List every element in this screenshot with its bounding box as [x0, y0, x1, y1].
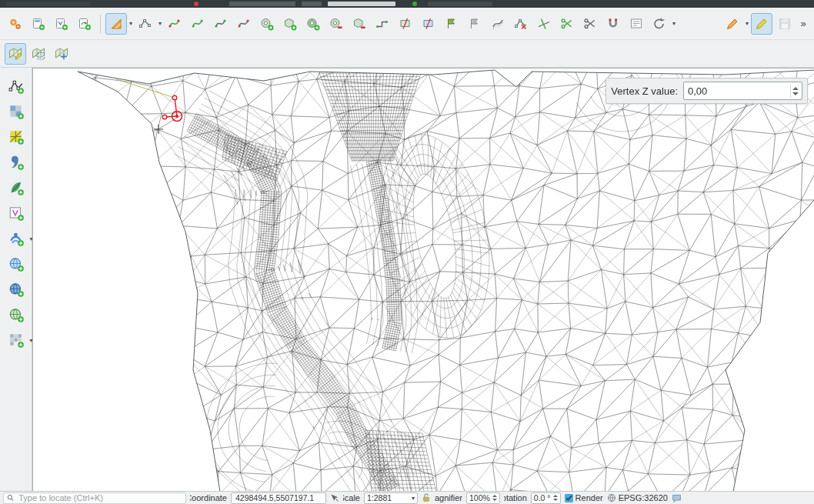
spinner-arrows[interactable]	[492, 495, 497, 501]
current-edits-button[interactable]	[722, 13, 743, 35]
trim-extend-button[interactable]	[533, 13, 555, 35]
add-wcs-layer-button[interactable]	[5, 253, 28, 275]
magnifier-label: Magnifier	[435, 493, 462, 502]
offset-curve-button[interactable]	[487, 13, 509, 35]
magnifier-spinbox[interactable]: 100%	[466, 492, 500, 504]
add-spatialite-layer-button[interactable]	[5, 177, 28, 199]
add-delimited-text-layer-button[interactable]	[5, 152, 28, 173]
new-geopackage-layer-icon	[31, 16, 46, 32]
top-strip-record-icon	[194, 2, 198, 6]
advanced-digitizing-tools-dropdown[interactable]: ▾	[128, 20, 134, 27]
processing-options-button[interactable]	[5, 13, 26, 35]
add-part-button[interactable]	[279, 13, 301, 35]
locator-search[interactable]	[3, 492, 186, 504]
split-features-button[interactable]	[418, 13, 439, 35]
reverse-line-icon	[605, 16, 621, 32]
add-xyz-layer-button[interactable]	[5, 329, 28, 351]
locator-input[interactable]	[17, 492, 182, 503]
manage-layers-toolbar: ▾▾	[0, 68, 32, 491]
add-mesh-layer-icon	[8, 129, 25, 145]
new-geopackage-layer-button[interactable]	[28, 13, 49, 35]
map-canvas[interactable]	[33, 68, 814, 491]
split-parts-cut-button[interactable]	[579, 13, 601, 35]
vertex-z-label: Vertex Z value:	[611, 85, 678, 97]
merge-selected-features-button[interactable]	[441, 13, 462, 35]
add-vector-layer-button[interactable]	[5, 75, 28, 97]
mesh-digitizing-toolbar	[0, 40, 814, 68]
add-wms-layer-icon	[8, 230, 25, 247]
attributes-list-button[interactable]	[626, 13, 647, 35]
top-strip-icons-2	[428, 2, 492, 6]
spin-up-icon[interactable]	[792, 87, 799, 90]
delete-part-button[interactable]	[349, 13, 370, 35]
save-layer-edits-button	[774, 13, 796, 35]
simplify-feature-button[interactable]	[233, 13, 255, 35]
coordinate-box[interactable]	[231, 492, 326, 504]
rotate-point-symbols-button[interactable]	[649, 13, 670, 35]
add-wfs-layer-button[interactable]	[5, 279, 28, 300]
select-mesh-elements-button[interactable]	[28, 43, 49, 65]
split-features-cut-icon	[559, 16, 575, 32]
new-virtual-layer-button[interactable]	[74, 13, 95, 35]
window-top-strip	[0, 0, 814, 8]
render-checkbox[interactable]	[565, 494, 573, 502]
toggle-editing-button[interactable]	[751, 13, 772, 35]
vertex-z-spinner[interactable]	[790, 84, 800, 98]
rotate-point-symbols-dropdown[interactable]: ▾	[671, 20, 677, 27]
stream-digitizing-dropdown[interactable]: ▾	[157, 20, 163, 27]
advanced-digitizing-tools-icon	[108, 16, 124, 32]
processing-options-icon	[8, 16, 23, 32]
map-canvas-area: Vertex Z value: 0,00	[32, 68, 814, 491]
split-features-cut-button[interactable]	[556, 13, 578, 35]
toolbar-extension-button[interactable]: »	[797, 13, 809, 35]
lock-scale-icon[interactable]	[422, 493, 431, 502]
chevron-down-icon[interactable]: ▾	[412, 495, 415, 502]
split-features-icon	[421, 16, 436, 32]
globe-icon	[607, 493, 616, 502]
rotate-feature-button[interactable]	[210, 13, 232, 35]
simplify-feature-icon	[236, 16, 252, 32]
magnifier-value: 100%	[469, 493, 490, 502]
transform-mesh-vertices-icon	[54, 46, 69, 62]
new-shapefile-layer-button[interactable]	[51, 13, 72, 35]
reshape-features-button[interactable]	[372, 13, 393, 35]
advanced-digitizing-tools-button[interactable]	[105, 13, 127, 35]
transform-mesh-vertices-button[interactable]	[51, 43, 72, 65]
messages-icon[interactable]	[672, 493, 682, 503]
spin-down-icon[interactable]	[792, 92, 799, 95]
fill-ring-button[interactable]	[302, 13, 324, 35]
split-parts-button[interactable]	[395, 13, 416, 35]
add-xyz-layer-icon	[8, 332, 25, 349]
add-raster-layer-button[interactable]	[5, 101, 28, 122]
split-parts-icon	[398, 16, 413, 32]
new-shapefile-layer-icon	[54, 16, 69, 32]
spinner-arrows[interactable]	[553, 495, 558, 501]
toolbar-separator	[100, 15, 101, 33]
add-arcgis-layer-button[interactable]	[5, 304, 28, 325]
toggle-editing-icon	[754, 16, 769, 32]
extents-toggle-icon[interactable]	[330, 493, 339, 502]
copy-move-feature-button[interactable]	[187, 13, 209, 35]
add-virtual-layer-button[interactable]	[5, 202, 28, 224]
crs-status[interactable]: EPSG:32620	[607, 493, 668, 502]
digitize-mesh-elements-button[interactable]	[5, 43, 26, 65]
stream-digitizing-button[interactable]	[135, 13, 156, 35]
status-bar: Coordinate Scale 1:2881 ▾ Magnifier 100%…	[0, 491, 814, 504]
move-feature-button[interactable]	[164, 13, 185, 35]
add-mesh-layer-button[interactable]	[5, 126, 28, 148]
rotation-spinbox[interactable]: 0.0 °	[531, 492, 561, 504]
top-strip-button	[302, 2, 322, 6]
current-edits-dropdown[interactable]: ▾	[744, 20, 750, 27]
reverse-line-button[interactable]	[602, 13, 624, 35]
delete-ring-button[interactable]	[325, 13, 347, 35]
render-toggle[interactable]: Render	[565, 493, 603, 502]
delete-vertices-button[interactable]	[510, 13, 532, 35]
vertex-z-input[interactable]: 0,00	[683, 82, 802, 100]
rotation-label: Rotation	[504, 493, 527, 502]
merge-attributes-button[interactable]	[464, 13, 485, 35]
current-edits-icon	[725, 16, 740, 32]
add-wms-layer-button[interactable]	[5, 228, 28, 249]
coordinate-input[interactable]	[234, 492, 323, 503]
scale-combo[interactable]: 1:2881 ▾	[364, 492, 418, 504]
add-ring-button[interactable]	[256, 13, 278, 35]
